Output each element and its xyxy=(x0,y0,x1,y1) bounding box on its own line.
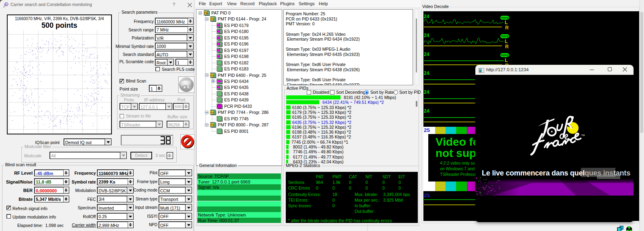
svg-text:Pn: Pn xyxy=(211,111,214,114)
svg-text:Pn: Pn xyxy=(211,18,214,21)
svg-text:PA: PA xyxy=(204,12,208,14)
svg-text:Pn: Pn xyxy=(211,124,214,126)
svg-text:TM: TM xyxy=(581,134,585,136)
svg-text:Pn: Pn xyxy=(211,74,214,76)
